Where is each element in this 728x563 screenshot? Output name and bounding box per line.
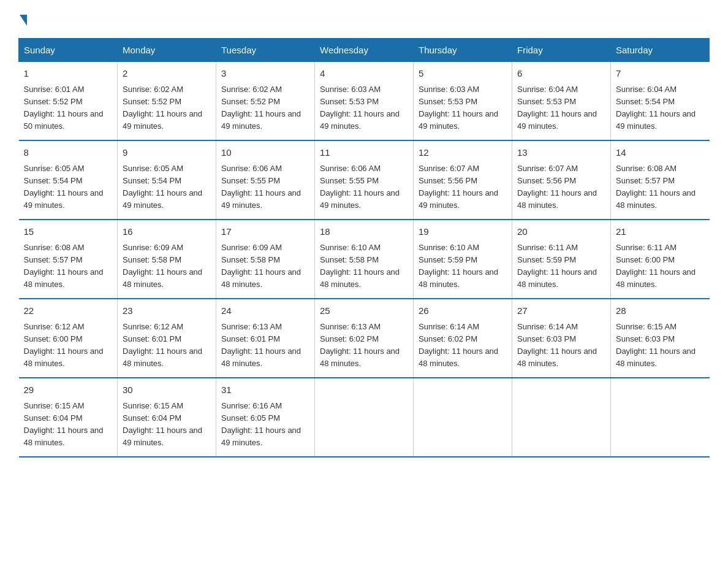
cell-content: Sunrise: 6:15 AM Sunset: 6:03 PM Dayligh… xyxy=(616,321,705,370)
calendar-cell xyxy=(315,378,414,457)
calendar-cell: 7Sunrise: 6:04 AM Sunset: 5:54 PM Daylig… xyxy=(611,62,710,141)
calendar-cell: 8Sunrise: 6:05 AM Sunset: 5:54 PM Daylig… xyxy=(19,140,118,220)
calendar-cell: 22Sunrise: 6:12 AM Sunset: 6:00 PM Dayli… xyxy=(19,299,118,378)
calendar-cell xyxy=(414,378,512,457)
day-number: 25 xyxy=(320,304,408,318)
calendar-cell: 26Sunrise: 6:14 AM Sunset: 6:02 PM Dayli… xyxy=(414,299,512,378)
col-friday: Friday xyxy=(512,39,611,62)
cell-content: Sunrise: 6:02 AM Sunset: 5:52 PM Dayligh… xyxy=(221,83,309,133)
col-thursday: Thursday xyxy=(414,39,512,62)
cell-content: Sunrise: 6:04 AM Sunset: 5:53 PM Dayligh… xyxy=(517,83,605,133)
calendar-cell: 2Sunrise: 6:02 AM Sunset: 5:52 PM Daylig… xyxy=(118,62,216,141)
calendar-cell xyxy=(512,378,611,457)
page-header xyxy=(18,12,710,26)
cell-content: Sunrise: 6:11 AM Sunset: 6:00 PM Dayligh… xyxy=(616,242,705,291)
day-number: 7 xyxy=(616,67,705,81)
day-number: 19 xyxy=(419,225,507,239)
cell-content: Sunrise: 6:15 AM Sunset: 6:04 PM Dayligh… xyxy=(123,400,211,450)
day-number: 17 xyxy=(221,225,309,239)
col-wednesday: Wednesday xyxy=(315,39,414,62)
day-number: 24 xyxy=(221,304,309,318)
cell-content: Sunrise: 6:16 AM Sunset: 6:05 PM Dayligh… xyxy=(221,400,309,450)
calendar-cell: 27Sunrise: 6:14 AM Sunset: 6:03 PM Dayli… xyxy=(512,299,611,378)
cell-content: Sunrise: 6:13 AM Sunset: 6:01 PM Dayligh… xyxy=(221,321,309,370)
cell-content: Sunrise: 6:11 AM Sunset: 5:59 PM Dayligh… xyxy=(517,242,605,291)
logo-arrow-icon xyxy=(20,15,27,26)
calendar-cell: 24Sunrise: 6:13 AM Sunset: 6:01 PM Dayli… xyxy=(216,299,315,378)
calendar-cell: 6Sunrise: 6:04 AM Sunset: 5:53 PM Daylig… xyxy=(512,62,611,141)
day-number: 31 xyxy=(221,383,309,397)
calendar-cell: 16Sunrise: 6:09 AM Sunset: 5:58 PM Dayli… xyxy=(118,220,216,299)
calendar-cell: 3Sunrise: 6:02 AM Sunset: 5:52 PM Daylig… xyxy=(216,62,315,141)
day-number: 26 xyxy=(419,304,507,318)
day-number: 22 xyxy=(24,304,113,318)
cell-content: Sunrise: 6:09 AM Sunset: 5:58 PM Dayligh… xyxy=(221,242,309,291)
calendar-cell: 23Sunrise: 6:12 AM Sunset: 6:01 PM Dayli… xyxy=(118,299,216,378)
calendar-header-row: Sunday Monday Tuesday Wednesday Thursday… xyxy=(19,39,710,62)
day-number: 8 xyxy=(24,146,113,160)
col-sunday: Sunday xyxy=(19,39,118,62)
day-number: 30 xyxy=(123,383,211,397)
col-tuesday: Tuesday xyxy=(216,39,315,62)
col-monday: Monday xyxy=(118,39,216,62)
cell-content: Sunrise: 6:05 AM Sunset: 5:54 PM Dayligh… xyxy=(123,163,211,212)
col-saturday: Saturday xyxy=(611,39,710,62)
day-number: 18 xyxy=(320,225,408,239)
cell-content: Sunrise: 6:15 AM Sunset: 6:04 PM Dayligh… xyxy=(24,400,113,450)
day-number: 28 xyxy=(616,304,705,318)
calendar-table: Sunday Monday Tuesday Wednesday Thursday… xyxy=(18,38,710,458)
day-number: 23 xyxy=(123,304,211,318)
calendar-week-row: 1Sunrise: 6:01 AM Sunset: 5:52 PM Daylig… xyxy=(19,62,710,141)
cell-content: Sunrise: 6:07 AM Sunset: 5:56 PM Dayligh… xyxy=(419,163,507,212)
cell-content: Sunrise: 6:01 AM Sunset: 5:52 PM Dayligh… xyxy=(24,83,113,133)
day-number: 13 xyxy=(517,146,605,160)
cell-content: Sunrise: 6:12 AM Sunset: 6:01 PM Dayligh… xyxy=(123,321,211,370)
day-number: 27 xyxy=(517,304,605,318)
day-number: 12 xyxy=(419,146,507,160)
cell-content: Sunrise: 6:05 AM Sunset: 5:54 PM Dayligh… xyxy=(24,163,113,212)
calendar-cell: 31Sunrise: 6:16 AM Sunset: 6:05 PM Dayli… xyxy=(216,378,315,457)
cell-content: Sunrise: 6:08 AM Sunset: 5:57 PM Dayligh… xyxy=(24,242,113,291)
calendar-cell xyxy=(611,378,710,457)
calendar-cell: 14Sunrise: 6:08 AM Sunset: 5:57 PM Dayli… xyxy=(611,140,710,220)
cell-content: Sunrise: 6:06 AM Sunset: 5:55 PM Dayligh… xyxy=(320,163,408,212)
logo-text xyxy=(18,12,27,26)
day-number: 6 xyxy=(517,67,605,81)
calendar-week-row: 15Sunrise: 6:08 AM Sunset: 5:57 PM Dayli… xyxy=(19,220,710,299)
calendar-cell: 5Sunrise: 6:03 AM Sunset: 5:53 PM Daylig… xyxy=(414,62,512,141)
calendar-cell: 20Sunrise: 6:11 AM Sunset: 5:59 PM Dayli… xyxy=(512,220,611,299)
cell-content: Sunrise: 6:08 AM Sunset: 5:57 PM Dayligh… xyxy=(616,163,705,212)
calendar-cell: 15Sunrise: 6:08 AM Sunset: 5:57 PM Dayli… xyxy=(19,220,118,299)
cell-content: Sunrise: 6:09 AM Sunset: 5:58 PM Dayligh… xyxy=(123,242,211,291)
calendar-cell: 30Sunrise: 6:15 AM Sunset: 6:04 PM Dayli… xyxy=(118,378,216,457)
cell-content: Sunrise: 6:03 AM Sunset: 5:53 PM Dayligh… xyxy=(419,83,507,133)
day-number: 10 xyxy=(221,146,309,160)
calendar-cell: 1Sunrise: 6:01 AM Sunset: 5:52 PM Daylig… xyxy=(19,62,118,141)
calendar-cell: 29Sunrise: 6:15 AM Sunset: 6:04 PM Dayli… xyxy=(19,378,118,457)
calendar-cell: 28Sunrise: 6:15 AM Sunset: 6:03 PM Dayli… xyxy=(611,299,710,378)
calendar-week-row: 8Sunrise: 6:05 AM Sunset: 5:54 PM Daylig… xyxy=(19,140,710,220)
calendar-cell: 21Sunrise: 6:11 AM Sunset: 6:00 PM Dayli… xyxy=(611,220,710,299)
calendar-week-row: 22Sunrise: 6:12 AM Sunset: 6:00 PM Dayli… xyxy=(19,299,710,378)
day-number: 29 xyxy=(24,383,113,397)
calendar-cell: 19Sunrise: 6:10 AM Sunset: 5:59 PM Dayli… xyxy=(414,220,512,299)
calendar-cell: 10Sunrise: 6:06 AM Sunset: 5:55 PM Dayli… xyxy=(216,140,315,220)
day-number: 20 xyxy=(517,225,605,239)
day-number: 9 xyxy=(123,146,211,160)
calendar-cell: 13Sunrise: 6:07 AM Sunset: 5:56 PM Dayli… xyxy=(512,140,611,220)
calendar-cell: 25Sunrise: 6:13 AM Sunset: 6:02 PM Dayli… xyxy=(315,299,414,378)
calendar-week-row: 29Sunrise: 6:15 AM Sunset: 6:04 PM Dayli… xyxy=(19,378,710,457)
cell-content: Sunrise: 6:03 AM Sunset: 5:53 PM Dayligh… xyxy=(320,83,408,133)
calendar-cell: 18Sunrise: 6:10 AM Sunset: 5:58 PM Dayli… xyxy=(315,220,414,299)
day-number: 3 xyxy=(221,67,309,81)
day-number: 5 xyxy=(419,67,507,81)
cell-content: Sunrise: 6:02 AM Sunset: 5:52 PM Dayligh… xyxy=(123,83,211,133)
day-number: 14 xyxy=(616,146,705,160)
cell-content: Sunrise: 6:14 AM Sunset: 6:02 PM Dayligh… xyxy=(419,321,507,370)
day-number: 21 xyxy=(616,225,705,239)
cell-content: Sunrise: 6:12 AM Sunset: 6:00 PM Dayligh… xyxy=(24,321,113,370)
cell-content: Sunrise: 6:04 AM Sunset: 5:54 PM Dayligh… xyxy=(616,83,705,133)
logo xyxy=(18,12,27,26)
day-number: 2 xyxy=(123,67,211,81)
day-number: 15 xyxy=(24,225,113,239)
